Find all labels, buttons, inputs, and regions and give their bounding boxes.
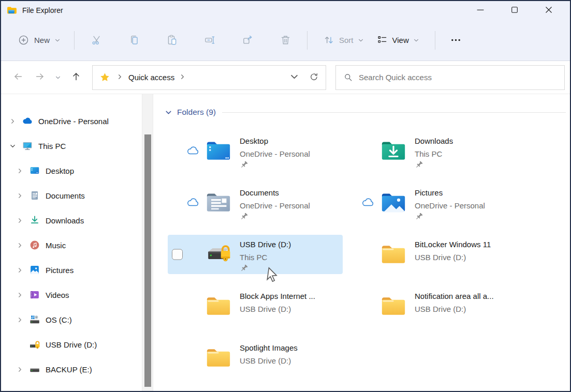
recent-locations-button[interactable]: [51, 67, 65, 88]
folder-tile-block-apps-internet[interactable]: Block Apps Internet ...USB Drive (D:): [168, 287, 343, 326]
folder-tile-downloads[interactable]: DownloadsThis PC: [343, 131, 519, 171]
window-controls: [463, 1, 570, 20]
chevron-right-icon[interactable]: [16, 241, 24, 249]
tile-title: Downloads: [415, 134, 453, 148]
chevron-right-icon[interactable]: [16, 266, 24, 274]
sidebar-item-pictures[interactable]: Pictures: [1, 258, 142, 282]
sidebar-item-desktop[interactable]: Desktop: [1, 158, 142, 183]
chevron-right-icon[interactable]: [8, 117, 17, 125]
back-arrow-icon: [12, 71, 24, 84]
refresh-icon: [309, 72, 319, 83]
command-toolbar: New Sort View: [1, 20, 570, 61]
folder-desktop-icon: [204, 137, 233, 165]
folder-tile-notification-area-all-a[interactable]: Notification area all a...USB Drive (D:): [343, 287, 519, 326]
chevron-down-icon: [413, 37, 419, 43]
tile-title: Desktop: [240, 134, 310, 148]
pin-icon: [415, 162, 423, 171]
sidebar-item-usb-drive-d[interactable]: USB Drive (D:): [1, 332, 142, 357]
view-button[interactable]: View: [370, 30, 426, 50]
folder-tile-usb-drive-d[interactable]: USB Drive (D:)This PC: [168, 235, 343, 274]
close-button[interactable]: [537, 1, 561, 20]
sidebar-item-documents[interactable]: Documents: [1, 183, 142, 208]
scrollbar-thumb[interactable]: [144, 134, 151, 387]
sidebar-item-onedrive-personal[interactable]: OneDrive - Personal: [1, 109, 142, 133]
breadcrumb-location[interactable]: Quick access: [128, 73, 174, 82]
chevron-right-icon[interactable]: [16, 315, 24, 324]
tile-title: Pictures: [415, 186, 485, 200]
view-button-label: View: [392, 36, 409, 44]
sidebar-item-os-c[interactable]: OS (C:): [1, 307, 142, 332]
maximize-icon: [509, 4, 520, 17]
chevron-right-icon[interactable]: [16, 191, 24, 200]
new-button[interactable]: New: [13, 31, 65, 49]
sidebar-item-label: Desktop: [46, 167, 74, 175]
address-dropdown-button[interactable]: [284, 68, 304, 87]
breadcrumb-chevron[interactable]: [179, 73, 186, 82]
paste-icon: [166, 34, 178, 46]
forward-button[interactable]: [29, 67, 51, 88]
file-explorer-logo-icon: [6, 5, 18, 16]
cloud-status-icon: [186, 145, 200, 157]
chevron-down-icon: [289, 72, 299, 83]
sidebar-item-label: USB Drive (D:): [46, 340, 97, 349]
rename-icon: [204, 34, 216, 46]
sidebar-item-label: Music: [46, 241, 66, 250]
refresh-button[interactable]: [304, 68, 324, 87]
documents-icon: [29, 190, 40, 201]
sidebar-item-this-pc[interactable]: This PC: [1, 133, 142, 158]
sort-button[interactable]: Sort: [317, 30, 370, 50]
share-icon: [242, 34, 254, 46]
folder-tile-bitlocker-windows-11[interactable]: BitLocker Windows 11USB Drive (D:): [343, 235, 519, 274]
videos-icon: [29, 289, 40, 300]
cut-button[interactable]: [86, 30, 107, 51]
address-bar[interactable]: Quick access: [92, 65, 326, 90]
chevron-down-icon[interactable]: [8, 142, 17, 150]
tile-subtitle: This PC: [415, 148, 453, 160]
see-more-button[interactable]: [445, 30, 467, 51]
copy-button[interactable]: [124, 30, 144, 51]
folder-tile-documents[interactable]: DocumentsOneDrive - Personal: [168, 183, 343, 222]
sidebar-scrollbar[interactable]: [142, 94, 153, 391]
folder-tile-pictures[interactable]: PicturesOneDrive - Personal: [343, 183, 519, 222]
delete-button[interactable]: [275, 30, 296, 51]
title-bar: File Explorer: [1, 1, 570, 20]
cloud-status-icon: [361, 197, 375, 208]
folder-tile-spotlight-images[interactable]: Spotlight ImagesUSB Drive (D:): [168, 338, 343, 378]
chevron-right-icon[interactable]: [16, 365, 24, 373]
tile-title: USB Drive (D:): [240, 238, 291, 251]
sidebar-item-videos[interactable]: Videos: [1, 282, 142, 307]
chevron-down-icon: [55, 74, 61, 81]
minimize-button[interactable]: [468, 1, 492, 20]
back-button[interactable]: [7, 67, 29, 88]
rename-button[interactable]: [199, 30, 220, 51]
breadcrumb-chevron[interactable]: [116, 73, 124, 82]
tile-checkbox[interactable]: [172, 249, 183, 260]
share-button[interactable]: [237, 30, 258, 51]
tile-title: BitLocker Windows 11: [415, 238, 491, 251]
folder-tile-desktop[interactable]: DesktopOneDrive - Personal: [168, 131, 343, 171]
plus-circle-icon: [18, 34, 30, 46]
drive-lock-icon: [29, 339, 40, 350]
folder-yellow-icon: [379, 240, 408, 269]
tile-subtitle: OneDrive - Personal: [240, 200, 310, 212]
folders-group-header[interactable]: Folders (9): [165, 108, 566, 117]
minimize-icon: [475, 4, 486, 17]
sidebar-item-label: Pictures: [46, 266, 74, 275]
sort-icon: [323, 34, 335, 46]
sidebar-item-music[interactable]: Music: [1, 233, 142, 258]
up-button[interactable]: [65, 67, 87, 88]
sidebar-item-backup-e[interactable]: BACKUP (E:): [1, 357, 142, 382]
tile-subtitle: USB Drive (D:): [240, 355, 298, 367]
search-input[interactable]: [359, 73, 558, 82]
folder-yellow-icon: [204, 292, 233, 321]
maximize-button[interactable]: [503, 1, 526, 20]
tile-title: Documents: [240, 186, 310, 200]
music-icon: [29, 239, 40, 251]
sidebar-item-downloads[interactable]: Downloads: [1, 208, 142, 233]
tile-title: Block Apps Internet ...: [240, 290, 315, 303]
chevron-right-icon[interactable]: [16, 216, 24, 224]
paste-button[interactable]: [162, 30, 182, 51]
chevron-right-icon[interactable]: [16, 291, 24, 299]
chevron-right-icon[interactable]: [16, 167, 24, 175]
tile-subtitle: USB Drive (D:): [415, 303, 494, 315]
